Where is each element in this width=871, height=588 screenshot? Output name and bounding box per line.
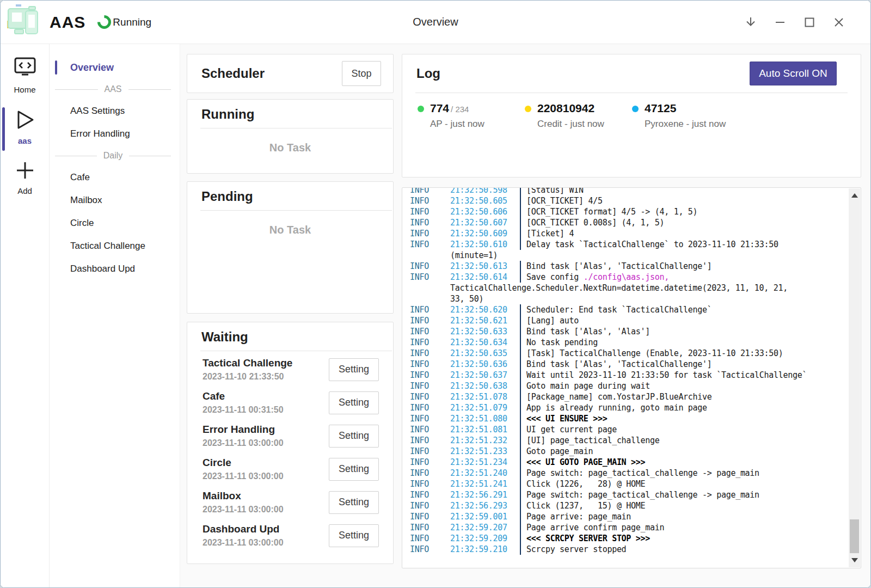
log-timestamp: 21:32:51.241 [450,479,520,489]
task-setting-button[interactable]: Setting [329,524,379,547]
log-line: INFO 21:32:50.621 [Lang] auto [410,315,844,326]
sidebar-nav: OverviewAASAAS SettingsError HandlingDai… [50,44,180,587]
task-setting-button[interactable]: Setting [329,358,379,381]
sidebar-group-label: Daily [103,151,123,161]
stat-label: Pyroxene - just now [645,119,726,130]
log-level: INFO [410,544,450,555]
sidebar-item-mailbox[interactable]: Mailbox [50,189,180,212]
log-level: INFO [410,424,450,435]
log-message: [Status] WIN [520,187,584,195]
task-setting-button[interactable]: Setting [329,425,379,448]
log-level: INFO [410,315,450,326]
maximize-button[interactable] [801,14,818,31]
close-button[interactable] [830,14,848,31]
log-level: INFO [410,402,450,413]
log-line: INFO 21:32:51.233 Goto page_main [410,446,844,457]
content-area: Home aas Add OverviewAASAAS SettingsErro… [1,44,870,587]
log-message: [Ticket] 4 [520,228,574,239]
minimize-button[interactable] [771,14,789,31]
log-viewport[interactable]: INFO 21:32:50.598 [Status] WIN INFO 21:3… [402,187,861,568]
log-message: Scrcpy server stopped [520,544,626,555]
log-timestamp: 21:32:50.637 [450,370,520,381]
log-timestamp: 21:32:50.613 [450,261,520,272]
task-setting-button[interactable]: Setting [329,391,379,414]
sidebar-group-label: AAS [105,84,122,94]
log-timestamp: 21:32:50.634 [450,337,520,348]
pending-card: Pending No Task [187,181,394,314]
stat-credit: 220810942 Credit - just now [525,102,632,130]
log-message: TacticalChallenge.Scheduler.NextRun=date… [450,283,788,293]
waiting-task-circle: Circle 2023-11-11 03:00:00 Setting [187,452,393,486]
rail-item-home[interactable]: Home [1,56,49,94]
stat-dot-icon [632,106,639,112]
task-next-run: 2023-11-11 03:00:00 [203,471,284,481]
log-level: INFO [410,348,450,359]
stat-label: Credit - just now [537,119,604,130]
log-timestamp: 21:32:51.234 [450,457,520,468]
auto-scroll-toggle-button[interactable]: Auto Scroll ON [750,62,837,85]
log-timestamp: 21:32:50.609 [450,228,520,239]
log-message: [UI] page_tactical_challenge [520,435,659,446]
pending-empty-text: No Task [187,224,393,236]
app-logo-icon [6,4,41,40]
stat-pyroxene: 47125 Pyroxene - just now [632,102,739,130]
sidebar-item-tactical-challenge[interactable]: Tactical Challenge [50,235,180,258]
running-empty-text: No Task [187,142,393,154]
log-timestamp: 21:32:59.207 [450,522,520,533]
log-level: INFO [410,304,450,315]
log-message: UI get current page [520,424,617,435]
sidebar-item-cafe[interactable]: Cafe [50,166,180,189]
task-setting-button[interactable]: Setting [329,491,379,514]
rail-item-add[interactable]: Add [1,161,49,195]
sidebar-item-aas-settings[interactable]: AAS Settings [50,100,180,122]
log-level: INFO [410,522,450,533]
window-controls [742,14,870,31]
running-title: Running [187,100,393,128]
log-level: INFO [410,195,450,206]
log-timestamp: 21:32:51.232 [450,435,520,446]
log-line: INFO 21:32:50.636 Bind task ['Alas', 'Ta… [410,359,844,370]
sidebar-item-error-handling[interactable]: Error Handling [50,122,180,145]
log-line-continuation: (minute=1) [410,250,844,261]
log-line: INFO 21:32:50.634 No task pending [410,337,844,348]
sidebar-item-circle[interactable]: Circle [50,212,180,235]
main-panel: Scheduler Stop Running No Task Pending N… [180,44,870,587]
scroll-up-arrow-icon[interactable] [851,193,858,198]
log-message: Goto main page during wait [520,381,650,391]
scheduler-status: Running [113,16,151,28]
log-message: 33, 50) [450,293,483,304]
waiting-task-error-handling: Error Handling 2023-11-11 03:00:00 Setti… [187,419,393,452]
log-message: [OCR_TICKET format] 4/5 -> (4, 1, 5) [520,206,697,217]
sidebar-item-dashboard-upd[interactable]: Dashboard Upd [50,258,180,280]
log-line: INFO 21:32:59.207 Page arrive confirm pa… [410,522,844,533]
log-level: INFO [410,489,450,500]
log-message: <<< UI ENSURE >>> [520,413,607,424]
running-spinner-icon [95,13,114,32]
log-scrollbar[interactable] [849,188,860,567]
stat-value: 47125 [645,102,676,114]
stop-button[interactable]: Stop [342,61,381,86]
task-name: Cafe [203,390,284,402]
sidebar-item-label: Tactical Challenge [70,241,145,252]
log-message: App is already running, goto main page [520,402,707,413]
scroll-down-arrow-icon[interactable] [851,558,858,562]
log-timestamp: 21:32:50.638 [450,381,520,391]
sidebar-item-label: AAS Settings [70,106,125,117]
play-icon [15,109,35,132]
log-header-card: Log Auto Scroll ON 774/ 234 AP - just no… [402,54,861,177]
log-line-continuation: TacticalChallenge.Scheduler.NextRun=date… [410,283,844,293]
log-level: INFO [410,479,450,489]
plus-icon [15,161,35,182]
download-update-button[interactable] [742,14,759,31]
waiting-task-cafe: Cafe 2023-11-11 00:31:50 Setting [187,386,393,419]
rail-item-aas[interactable]: aas [1,109,49,145]
task-setting-button[interactable]: Setting [329,458,379,481]
scrollbar-thumb[interactable] [850,519,859,553]
home-code-monitor-icon [13,56,38,81]
task-next-run: 2023-11-10 21:33:50 [203,372,292,382]
log-timestamp: 21:32:51.078 [450,391,520,402]
log-level: INFO [410,500,450,511]
sidebar-item-overview[interactable]: Overview [50,56,180,79]
rail-item-label: aas [18,136,32,145]
log-level: INFO [410,370,450,381]
